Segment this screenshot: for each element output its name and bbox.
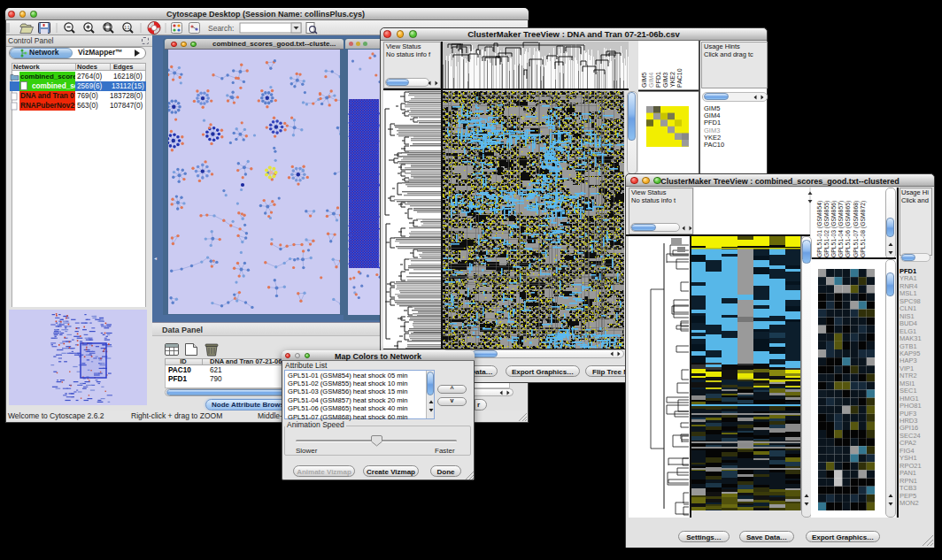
svg-text:GPL51-08 (GSM872): GPL51-08 (GSM872) [860,201,867,257]
svg-text:GPL51-01 (GSM854): GPL51-01 (GSM854) [816,201,823,257]
svg-text:Search:: Search: [208,24,234,33]
svg-text:GPL51-06 (GSM865): GPL51-06 (GSM865) [845,201,852,257]
svg-text:PFD1: PFD1 [655,72,661,88]
svg-text:GPL51-07 (GSM868): GPL51-07 (GSM868) [853,201,860,257]
svg-text:GIM5: GIM5 [641,73,647,88]
svg-text:YKE2: YKE2 [669,72,676,88]
svg-text:PAC10: PAC10 [676,68,683,88]
svg-text:GPL51-04 (GSM857): GPL51-04 (GSM857) [838,201,845,257]
svg-text:GPL51-02 (GSM855): GPL51-02 (GSM855) [823,201,830,257]
svg-text:GIM4: GIM4 [648,73,654,88]
svg-text:GIM3: GIM3 [662,73,668,88]
svg-text:GPL51-03 (GSM856): GPL51-03 (GSM856) [830,201,838,257]
svg-text:MON2: MON2 [900,499,919,507]
svg-text:1:1: 1:1 [124,26,130,30]
